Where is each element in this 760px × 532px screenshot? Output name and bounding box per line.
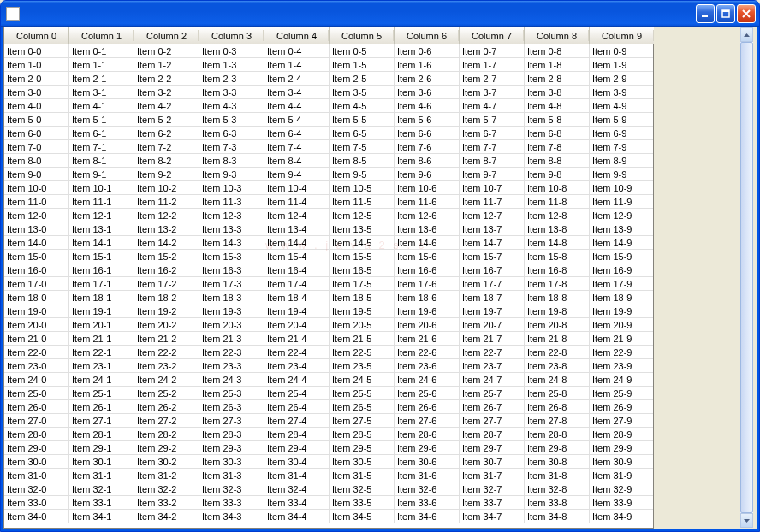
table-cell[interactable]: Item 9-8 bbox=[525, 168, 590, 181]
table-row[interactable]: Item 27-0Item 27-1Item 27-2Item 27-3Item… bbox=[4, 414, 653, 428]
table-cell[interactable]: Item 4-3 bbox=[199, 99, 264, 113]
table-row[interactable]: Item 18-0Item 18-1Item 18-2Item 18-3Item… bbox=[4, 291, 653, 304]
table-cell[interactable]: Item 1-7 bbox=[460, 58, 525, 72]
table-cell[interactable]: Item 13-5 bbox=[330, 222, 395, 236]
table-cell[interactable]: Item 11-1 bbox=[69, 195, 134, 209]
table-cell[interactable]: Item 19-9 bbox=[590, 304, 653, 318]
table-row[interactable]: Item 30-0Item 30-1Item 30-2Item 30-3Item… bbox=[4, 455, 653, 469]
table-row[interactable]: Item 5-0Item 5-1Item 5-2Item 5-3Item 5-4… bbox=[4, 113, 653, 127]
table-cell[interactable]: Item 17-7 bbox=[460, 277, 525, 291]
table-cell[interactable]: Item 8-4 bbox=[264, 154, 330, 168]
table-cell[interactable]: Item 32-1 bbox=[69, 482, 134, 496]
table-cell[interactable]: Item 29-9 bbox=[590, 441, 653, 455]
table-cell[interactable]: Item 21-5 bbox=[330, 332, 395, 346]
column-header[interactable]: Column 9 bbox=[590, 27, 655, 44]
table-cell[interactable]: Item 15-3 bbox=[199, 250, 264, 263]
table-cell[interactable]: Item 6-8 bbox=[525, 127, 590, 140]
table-cell[interactable]: Item 1-0 bbox=[4, 58, 69, 72]
table-cell[interactable]: Item 0-3 bbox=[199, 44, 264, 58]
table-cell[interactable]: Item 28-4 bbox=[264, 428, 330, 441]
table-cell[interactable]: Item 33-3 bbox=[199, 496, 264, 510]
table-cell[interactable]: Item 11-7 bbox=[460, 195, 525, 209]
table-cell[interactable]: Item 2-5 bbox=[330, 72, 395, 86]
table-cell[interactable]: Item 27-1 bbox=[69, 414, 134, 428]
table-cell[interactable]: Item 16-4 bbox=[264, 263, 330, 277]
table-cell[interactable]: Item 22-6 bbox=[395, 346, 460, 359]
table-cell[interactable]: Item 12-9 bbox=[590, 209, 653, 222]
table-cell[interactable]: Item 34-4 bbox=[264, 510, 330, 523]
column-header[interactable]: Column 6 bbox=[395, 27, 460, 44]
table-cell[interactable]: Item 14-5 bbox=[330, 236, 395, 250]
table-cell[interactable]: Item 25-3 bbox=[199, 387, 264, 400]
table-row[interactable]: Item 25-0Item 25-1Item 25-2Item 25-3Item… bbox=[4, 387, 653, 400]
table-cell[interactable]: Item 4-5 bbox=[330, 99, 395, 113]
table-cell[interactable]: Item 16-7 bbox=[460, 263, 525, 277]
table-cell[interactable]: Item 25-1 bbox=[69, 387, 134, 400]
table-cell[interactable]: Item 4-0 bbox=[4, 99, 69, 113]
table-cell[interactable]: Item 24-0 bbox=[4, 373, 69, 387]
table-cell[interactable]: Item 24-9 bbox=[590, 373, 653, 387]
table-cell[interactable]: Item 18-7 bbox=[460, 291, 525, 304]
table-cell[interactable]: Item 21-7 bbox=[460, 332, 525, 346]
table-cell[interactable]: Item 23-1 bbox=[69, 359, 134, 373]
table-cell[interactable]: Item 6-4 bbox=[264, 127, 330, 140]
table-cell[interactable]: Item 21-0 bbox=[4, 332, 69, 346]
table-cell[interactable]: Item 11-4 bbox=[264, 195, 330, 209]
table-cell[interactable]: Item 15-6 bbox=[395, 250, 460, 263]
table-cell[interactable]: Item 21-6 bbox=[395, 332, 460, 346]
table-cell[interactable]: Item 26-3 bbox=[199, 400, 264, 414]
table-cell[interactable]: Item 13-0 bbox=[4, 222, 69, 236]
table-cell[interactable]: Item 13-1 bbox=[69, 222, 134, 236]
table-cell[interactable]: Item 28-0 bbox=[4, 428, 69, 441]
table-cell[interactable]: Item 4-2 bbox=[134, 99, 199, 113]
table-cell[interactable]: Item 11-5 bbox=[330, 195, 395, 209]
table-cell[interactable]: Item 6-2 bbox=[134, 127, 199, 140]
table-cell[interactable]: Item 20-3 bbox=[199, 318, 264, 332]
table-cell[interactable]: Item 12-7 bbox=[460, 209, 525, 222]
table-cell[interactable]: Item 29-3 bbox=[199, 441, 264, 455]
table-row[interactable]: Item 7-0Item 7-1Item 7-2Item 7-3Item 7-4… bbox=[4, 140, 653, 154]
table-cell[interactable]: Item 4-4 bbox=[264, 99, 330, 113]
table-cell[interactable]: Item 8-0 bbox=[4, 154, 69, 168]
table-cell[interactable]: Item 31-3 bbox=[199, 469, 264, 482]
table-cell[interactable]: Item 15-1 bbox=[69, 250, 134, 263]
table-cell[interactable]: Item 9-9 bbox=[590, 168, 653, 181]
table-cell[interactable]: Item 34-6 bbox=[395, 510, 460, 523]
table-cell[interactable]: Item 1-6 bbox=[395, 58, 460, 72]
table-cell[interactable]: Item 22-0 bbox=[4, 346, 69, 359]
table-cell[interactable]: Item 8-1 bbox=[69, 154, 134, 168]
table-row[interactable]: Item 20-0Item 20-1Item 20-2Item 20-3Item… bbox=[4, 318, 653, 332]
table-cell[interactable]: Item 3-4 bbox=[264, 86, 330, 99]
table-cell[interactable]: Item 28-1 bbox=[69, 428, 134, 441]
table-cell[interactable]: Item 22-7 bbox=[460, 346, 525, 359]
table-cell[interactable]: Item 0-9 bbox=[590, 44, 653, 58]
table-cell[interactable]: Item 6-3 bbox=[199, 127, 264, 140]
table-cell[interactable]: Item 2-6 bbox=[395, 72, 460, 86]
table-cell[interactable]: Item 30-0 bbox=[4, 455, 69, 469]
table-cell[interactable]: Item 29-8 bbox=[525, 441, 590, 455]
table-cell[interactable]: Item 23-5 bbox=[330, 359, 395, 373]
table-cell[interactable]: Item 7-8 bbox=[525, 140, 590, 154]
table-cell[interactable]: Item 9-0 bbox=[4, 168, 69, 181]
table-row[interactable]: Item 1-0Item 1-1Item 1-2Item 1-3Item 1-4… bbox=[4, 58, 653, 72]
table-cell[interactable]: Item 10-9 bbox=[590, 181, 653, 195]
table-cell[interactable]: Item 13-8 bbox=[525, 222, 590, 236]
table-cell[interactable]: Item 16-1 bbox=[69, 263, 134, 277]
table-cell[interactable]: Item 9-1 bbox=[69, 168, 134, 181]
table-cell[interactable]: Item 3-0 bbox=[4, 86, 69, 99]
table-cell[interactable]: Item 19-2 bbox=[134, 304, 199, 318]
table-cell[interactable]: Item 17-8 bbox=[525, 277, 590, 291]
table-cell[interactable]: Item 20-4 bbox=[264, 318, 330, 332]
column-header[interactable]: Column 5 bbox=[330, 27, 395, 44]
table-cell[interactable]: Item 8-8 bbox=[525, 154, 590, 168]
table-cell[interactable]: Item 24-5 bbox=[330, 373, 395, 387]
table-cell[interactable]: Item 18-3 bbox=[199, 291, 264, 304]
table-cell[interactable]: Item 1-5 bbox=[330, 58, 395, 72]
table-cell[interactable]: Item 13-4 bbox=[264, 222, 330, 236]
table-cell[interactable]: Item 21-3 bbox=[199, 332, 264, 346]
table-cell[interactable]: Item 24-4 bbox=[264, 373, 330, 387]
table-cell[interactable]: Item 8-5 bbox=[330, 154, 395, 168]
table-cell[interactable]: Item 26-4 bbox=[264, 400, 330, 414]
table-cell[interactable]: Item 14-6 bbox=[395, 236, 460, 250]
table-cell[interactable]: Item 23-4 bbox=[264, 359, 330, 373]
